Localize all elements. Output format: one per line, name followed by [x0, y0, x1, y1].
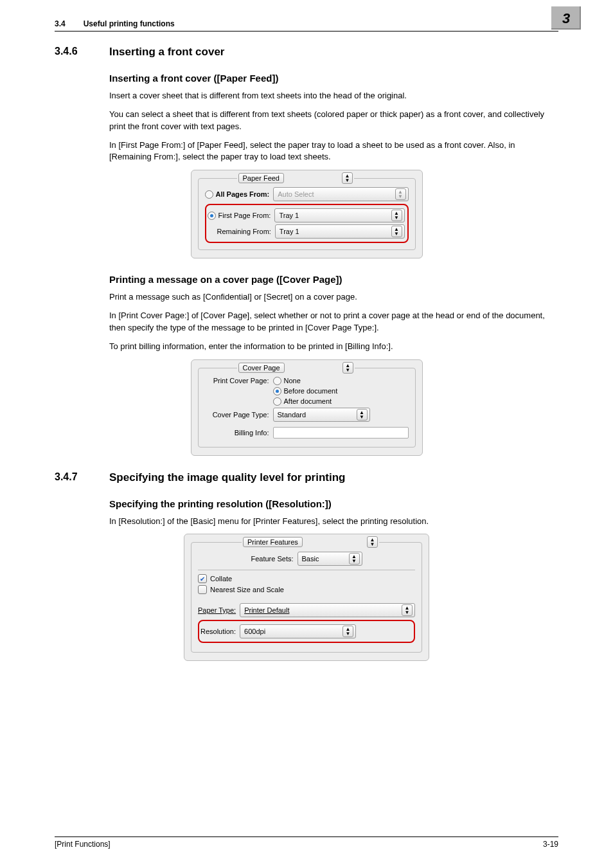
subsection-title: Inserting a front cover ([Paper Feed])	[109, 73, 558, 84]
body-text: To print billing information, enter the …	[109, 341, 558, 353]
dropdown-printer-features[interactable]: Printer Features	[243, 537, 303, 547]
option-none: None	[284, 377, 301, 384]
radio-first-page[interactable]	[208, 212, 216, 220]
select-value: Printer Default	[244, 606, 289, 614]
label-all-pages-from: All Pages From:	[216, 190, 270, 198]
option-after-document: After document	[284, 397, 332, 405]
stepper-icon[interactable]	[367, 536, 378, 548]
chevrons-icon	[357, 409, 368, 420]
header-section-title: Useful printing functions	[84, 19, 175, 28]
chevrons-icon	[391, 226, 402, 237]
subsection-title: Specifying the printing resolution ([Res…	[109, 498, 558, 509]
radio-before-document[interactable]	[273, 387, 281, 395]
option-before-document: Before document	[284, 387, 338, 395]
select-resolution[interactable]: 600dpi	[240, 624, 356, 638]
body-text: In [Resolution:] of the [Basic] menu for…	[109, 516, 558, 528]
dropdown-label: Cover Page	[243, 364, 280, 372]
input-billing-info[interactable]	[273, 427, 409, 439]
label-resolution: Resolution:	[200, 628, 236, 635]
select-value: Tray 1	[279, 212, 299, 219]
section-number: 3.4.7	[55, 471, 109, 484]
body-text: In [Print Cover Page:] of [Cover Page], …	[109, 310, 558, 334]
checkbox-nearest-size-scale[interactable]	[198, 585, 207, 594]
radio-all-pages[interactable]	[205, 190, 213, 199]
chapter-badge: 3	[551, 6, 581, 30]
select-feature-sets[interactable]: Basic	[298, 552, 362, 566]
chevrons-icon	[402, 604, 413, 616]
subsection-title: Printing a message on a cover page ([Cov…	[109, 274, 558, 285]
select-value: 600dpi	[244, 628, 265, 635]
label-paper-type: Paper Type:	[198, 606, 236, 614]
body-text: You can select a sheet that is different…	[109, 109, 558, 133]
body-text: Insert a cover sheet that is different f…	[109, 90, 558, 102]
header-section-number: 3.4	[55, 19, 66, 28]
label-billing-info: Billing Info:	[205, 429, 273, 437]
radio-none[interactable]	[273, 377, 281, 385]
select-value: Basic	[302, 555, 319, 563]
figure-paper-feed: Paper Feed All Pages From: Auto Select F…	[191, 170, 423, 258]
body-text: In [First Page From:] of [Paper Feed], s…	[109, 140, 558, 164]
dropdown-cover-page[interactable]: Cover Page	[238, 363, 285, 373]
section-title: Inserting a front cover	[109, 46, 224, 59]
radio-after-document[interactable]	[273, 397, 281, 406]
chevrons-icon	[349, 553, 360, 565]
select-remaining-from[interactable]: Tray 1	[275, 224, 405, 239]
select-value: Tray 1	[280, 228, 299, 235]
label-cover-page-type: Cover Page Type:	[205, 411, 273, 419]
body-text: Print a message such as [Confidential] o…	[109, 291, 558, 303]
chevrons-icon	[342, 626, 353, 637]
stepper-icon[interactable]	[342, 362, 353, 374]
dropdown-paper-feed[interactable]: Paper Feed	[238, 173, 284, 183]
stepper-icon[interactable]	[342, 172, 353, 184]
label-feature-sets: Feature Sets:	[251, 555, 293, 563]
chevrons-icon	[391, 210, 402, 221]
footer-left: [Print Functions]	[55, 840, 111, 849]
select-all-pages-from: Auto Select	[273, 187, 408, 201]
checkbox-collate[interactable]: ✔	[198, 574, 207, 583]
footer-right: 3-19	[543, 840, 558, 849]
chevrons-icon	[395, 188, 406, 200]
label-remaining-from: Remaining From:	[217, 228, 271, 235]
select-paper-type[interactable]: Printer Default	[240, 603, 415, 617]
select-cover-page-type[interactable]: Standard	[273, 408, 370, 422]
label-first-page-from: First Page From:	[218, 212, 271, 219]
figure-printer-features: Printer Features Feature Sets: Basic ✔ C…	[184, 534, 429, 661]
figure-cover-page: Cover Page Print Cover Page: None Before…	[191, 359, 423, 456]
section-number: 3.4.6	[55, 46, 109, 59]
page-header: 3.4 Useful printing functions	[55, 19, 175, 28]
select-first-page-from[interactable]: Tray 1	[274, 208, 404, 222]
label-collate: Collate	[210, 575, 232, 583]
label-nearest-size-scale: Nearest Size and Scale	[210, 586, 284, 593]
section-title: Specifying the image quality level for p…	[109, 471, 345, 484]
dropdown-label: Printer Features	[247, 538, 298, 546]
select-value: Standard	[278, 411, 306, 419]
dropdown-label: Paper Feed	[243, 174, 280, 182]
select-value: Auto Select	[278, 190, 314, 198]
label-print-cover-page: Print Cover Page:	[205, 377, 273, 384]
